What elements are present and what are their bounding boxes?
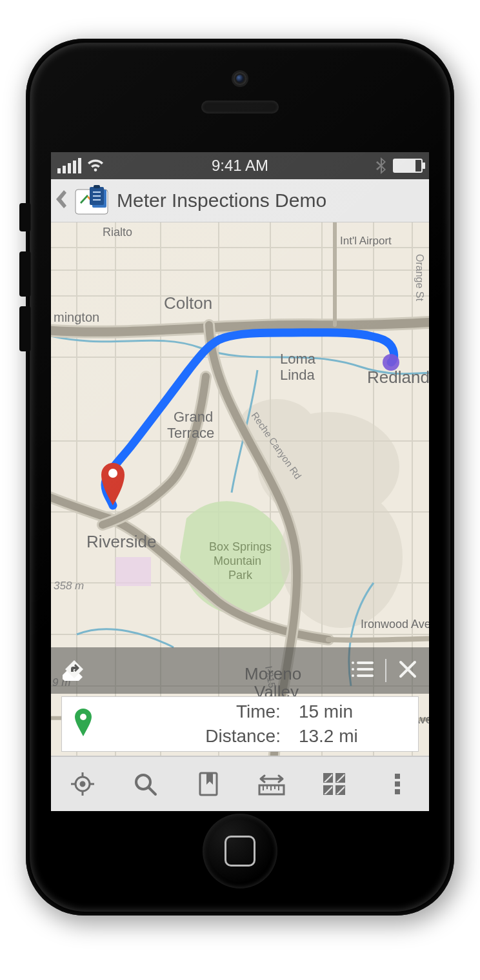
turn-icon[interactable] bbox=[63, 658, 86, 683]
battery-icon bbox=[393, 159, 423, 173]
basemap-button[interactable] bbox=[319, 769, 350, 799]
volume-down bbox=[19, 306, 31, 351]
app-icon bbox=[73, 183, 110, 218]
svg-text:Mountain: Mountain bbox=[214, 554, 261, 567]
svg-rect-51 bbox=[395, 789, 400, 794]
svg-text:Redlands: Redlands bbox=[367, 368, 429, 387]
svg-text:Linda: Linda bbox=[280, 367, 315, 383]
bottom-toolbar bbox=[51, 756, 429, 811]
home-button[interactable] bbox=[203, 814, 277, 888]
screen: 9:41 AM bbox=[51, 152, 429, 811]
clock: 9:41 AM bbox=[51, 157, 429, 175]
svg-point-8 bbox=[108, 469, 117, 478]
distance-value: 13.2 mi bbox=[299, 724, 358, 749]
status-bar: 9:41 AM bbox=[51, 152, 429, 179]
directions-panel: Time: Distance: 15 min 13.2 mi bbox=[51, 647, 429, 757]
time-value: 15 min bbox=[299, 700, 358, 724]
svg-text:Grand: Grand bbox=[174, 409, 213, 425]
svg-rect-3 bbox=[94, 185, 100, 188]
svg-text:358 m: 358 m bbox=[54, 580, 84, 592]
svg-text:Terrace: Terrace bbox=[167, 425, 214, 441]
distance-label: Distance: bbox=[205, 724, 281, 749]
front-camera bbox=[234, 72, 246, 85]
earpiece bbox=[201, 101, 279, 113]
svg-text:Riverside: Riverside bbox=[86, 532, 156, 551]
svg-text:Loma: Loma bbox=[280, 351, 316, 367]
app-header: Meter Inspections Demo bbox=[51, 179, 429, 222]
bookmarks-button[interactable] bbox=[193, 769, 224, 799]
overflow-button[interactable] bbox=[382, 769, 413, 799]
measure-button[interactable] bbox=[256, 769, 287, 799]
svg-text:Int'l Airport: Int'l Airport bbox=[340, 235, 392, 247]
locate-button[interactable] bbox=[67, 769, 98, 799]
svg-text:Rialto: Rialto bbox=[103, 226, 132, 239]
bluetooth-icon bbox=[376, 157, 386, 174]
close-icon[interactable] bbox=[398, 660, 417, 681]
mute-switch bbox=[19, 203, 31, 231]
page-title: Meter Inspections Demo bbox=[117, 190, 326, 211]
svg-text:Colton: Colton bbox=[164, 293, 212, 313]
svg-rect-49 bbox=[395, 774, 400, 779]
route-summary-card[interactable]: Time: Distance: 15 min 13.2 mi bbox=[61, 696, 419, 752]
svg-rect-50 bbox=[395, 781, 400, 787]
svg-point-39 bbox=[80, 714, 86, 720]
svg-text:mington: mington bbox=[54, 310, 99, 324]
wifi-icon bbox=[86, 159, 105, 173]
signal-icon bbox=[57, 158, 81, 173]
svg-text:Ironwood   Ave: Ironwood Ave bbox=[361, 618, 429, 631]
back-button[interactable] bbox=[55, 190, 66, 211]
phone-frame: 9:41 AM bbox=[26, 39, 454, 916]
list-icon[interactable] bbox=[350, 660, 374, 681]
time-label: Time: bbox=[205, 700, 281, 724]
svg-text:Box Springs: Box Springs bbox=[209, 540, 272, 553]
volume-up bbox=[19, 251, 31, 297]
svg-text:Park: Park bbox=[228, 569, 253, 582]
svg-text:Orange St: Orange St bbox=[414, 254, 425, 301]
search-button[interactable] bbox=[130, 769, 161, 799]
pin-icon bbox=[74, 708, 93, 741]
svg-point-41 bbox=[81, 782, 85, 786]
